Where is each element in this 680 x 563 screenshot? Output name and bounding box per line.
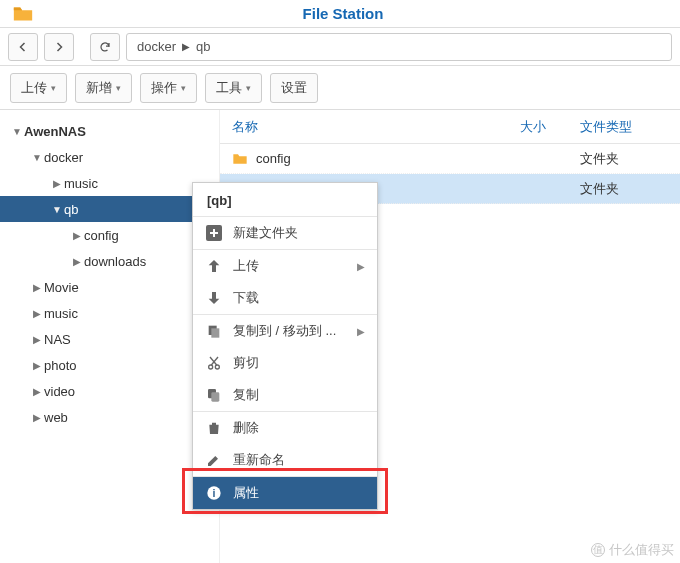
tree-item[interactable]: ▶config [0, 222, 219, 248]
menu-item[interactable]: 复制到 / 移动到 ...▶ [193, 315, 377, 347]
caret-down-icon: ▾ [116, 83, 121, 93]
row-type: 文件夹 [580, 150, 680, 168]
trash-icon [205, 420, 223, 436]
tree-item[interactable]: ▼AwenNAS [0, 118, 219, 144]
download-icon [205, 290, 223, 306]
menu-label: 复制 [233, 386, 259, 404]
tree-item[interactable]: ▶photo [0, 352, 219, 378]
tree-label: web [44, 410, 68, 425]
tree-label: qb [64, 202, 78, 217]
tree-label: docker [44, 150, 83, 165]
list-row[interactable]: config文件夹 [220, 144, 680, 174]
menu-label: 新建文件夹 [233, 224, 298, 242]
submenu-arrow-icon: ▶ [357, 326, 365, 337]
tree-item[interactable]: ▶web [0, 404, 219, 430]
menu-label: 重新命名 [233, 451, 285, 469]
chevron-right-icon: ▶ [182, 41, 190, 52]
tree-label: Movie [44, 280, 79, 295]
action-button[interactable]: 操作▾ [140, 73, 197, 103]
twist-icon[interactable]: ▶ [30, 412, 44, 423]
tree-item[interactable]: ▶NAS [0, 326, 219, 352]
tree-label: AwenNAS [24, 124, 86, 139]
back-button[interactable] [8, 33, 38, 61]
window-header: File Station [0, 0, 680, 28]
context-menu[interactable]: [qb] 新建文件夹上传▶下载复制到 / 移动到 ...▶剪切复制删除重新命名属… [192, 182, 378, 510]
twist-icon[interactable]: ▼ [50, 204, 64, 215]
copy-icon [205, 323, 223, 339]
menu-item[interactable]: 复制 [193, 379, 377, 411]
menu-item[interactable]: 上传▶ [193, 250, 377, 282]
breadcrumb-seg[interactable]: qb [196, 39, 210, 54]
tree-label: music [44, 306, 78, 321]
upload-icon [205, 258, 223, 274]
menu-item[interactable]: 删除 [193, 412, 377, 444]
forward-button[interactable] [44, 33, 74, 61]
highlight-box [182, 468, 388, 514]
new-button[interactable]: 新增▾ [75, 73, 132, 103]
twist-icon[interactable]: ▶ [70, 256, 84, 267]
twist-icon[interactable]: ▶ [30, 386, 44, 397]
nav-row: docker ▶ qb [0, 28, 680, 66]
tree-label: NAS [44, 332, 71, 347]
tree-item[interactable]: ▶music [0, 300, 219, 326]
twist-icon[interactable]: ▶ [30, 282, 44, 293]
menu-item[interactable]: 下载 [193, 282, 377, 314]
twist-icon[interactable]: ▶ [30, 360, 44, 371]
breadcrumb-seg[interactable]: docker [137, 39, 176, 54]
list-header: 名称 大小 文件类型 [220, 110, 680, 144]
row-name: config [250, 151, 520, 166]
tree-label: downloads [84, 254, 146, 269]
menu-label: 复制到 / 移动到 ... [233, 322, 336, 340]
menu-item[interactable]: 新建文件夹 [193, 217, 377, 249]
tree-label: music [64, 176, 98, 191]
tool-button[interactable]: 工具▾ [205, 73, 262, 103]
upload-button[interactable]: 上传▾ [10, 73, 67, 103]
tree-label: config [84, 228, 119, 243]
breadcrumb[interactable]: docker ▶ qb [126, 33, 672, 61]
cut-icon [205, 355, 223, 371]
context-title: [qb] [193, 183, 377, 216]
twist-icon[interactable]: ▼ [10, 126, 24, 137]
tree-label: video [44, 384, 75, 399]
dup-icon [205, 387, 223, 403]
menu-item[interactable]: 剪切 [193, 347, 377, 379]
twist-icon[interactable]: ▶ [30, 308, 44, 319]
caret-down-icon: ▾ [246, 83, 251, 93]
caret-down-icon: ▾ [181, 83, 186, 93]
watermark: 值什么值得买 [591, 541, 674, 559]
window-title: File Station [6, 5, 680, 22]
twist-icon[interactable]: ▶ [50, 178, 64, 189]
twist-icon[interactable]: ▶ [30, 334, 44, 345]
plus-icon [205, 225, 223, 241]
settings-button[interactable]: 设置 [270, 73, 318, 103]
folder-icon [230, 151, 250, 167]
twist-icon[interactable]: ▶ [70, 230, 84, 241]
col-size[interactable]: 大小 [520, 118, 580, 136]
twist-icon[interactable]: ▼ [30, 152, 44, 163]
menu-label: 下载 [233, 289, 259, 307]
tree-item[interactable]: ▼qb [0, 196, 219, 222]
watermark-icon: 值 [591, 543, 605, 557]
menu-label: 剪切 [233, 354, 259, 372]
refresh-button[interactable] [90, 33, 120, 61]
col-name[interactable]: 名称 [220, 118, 520, 136]
row-type: 文件夹 [580, 180, 680, 198]
tree-label: photo [44, 358, 77, 373]
tree-item[interactable]: ▼docker [0, 144, 219, 170]
tree-item[interactable]: ▶video [0, 378, 219, 404]
submenu-arrow-icon: ▶ [357, 261, 365, 272]
tree-item[interactable]: ▶downloads [0, 248, 219, 274]
col-type[interactable]: 文件类型 [580, 118, 680, 136]
toolbar: 上传▾ 新增▾ 操作▾ 工具▾ 设置 [0, 66, 680, 110]
menu-label: 删除 [233, 419, 259, 437]
rename-icon [205, 452, 223, 468]
menu-label: 上传 [233, 257, 259, 275]
tree-item[interactable]: ▶Movie [0, 274, 219, 300]
tree-item[interactable]: ▶music [0, 170, 219, 196]
caret-down-icon: ▾ [51, 83, 56, 93]
